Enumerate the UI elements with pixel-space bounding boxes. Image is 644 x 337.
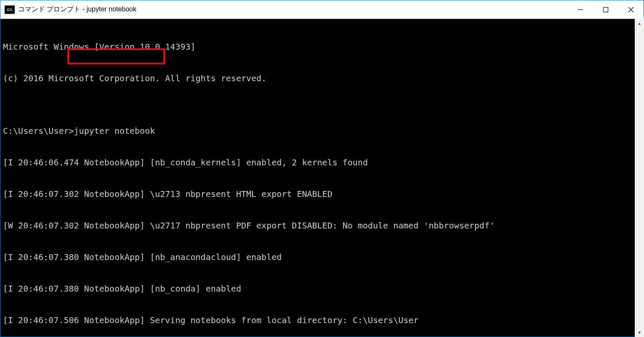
terminal-line: [I 20:46:07.302 NotebookApp] \u2713 nbpr… [3,189,641,199]
terminal-line: [I 20:46:07.506 NotebookApp] Serving not… [3,315,641,326]
minimize-button[interactable] [568,0,593,19]
terminal-line: (c) 2016 Microsoft Corporation. All righ… [3,73,641,84]
close-button[interactable] [618,0,644,19]
terminal-prompt-line: C:\Users\User>jupyter notebook [3,126,641,136]
terminal-area[interactable]: Microsoft Windows [Version 10.0.14393] (… [0,19,644,337]
vertical-scrollbar[interactable]: ▲ ▼ [635,19,644,337]
cmd-icon: C:\. [5,5,15,14]
maximize-button[interactable] [593,0,618,19]
terminal-line: [I 20:46:07.380 NotebookApp] [nb_conda] … [3,284,641,294]
window-titlebar: C:\. コマンド プロンプト - jupyter notebook [0,0,644,19]
terminal-line: [I 20:46:06.474 NotebookApp] [nb_conda_k… [3,157,641,168]
scroll-down-arrow-icon[interactable]: ▼ [635,328,644,337]
terminal-line: Microsoft Windows [Version 10.0.14393] [3,42,641,52]
scroll-track[interactable] [635,28,644,328]
terminal-line: [I 20:46:07.380 NotebookApp] [nb_anacond… [3,252,641,263]
svg-rect-1 [604,7,608,12]
prompt-prefix: C:\Users\User> [3,126,74,136]
scroll-up-arrow-icon[interactable]: ▲ [635,19,644,28]
prompt-command: jupyter notebook [74,126,155,136]
window-title: コマンド プロンプト - jupyter notebook [18,5,568,14]
terminal-line: [W 20:46:07.302 NotebookApp] \u2717 nbpr… [3,220,641,231]
window-controls [568,0,644,19]
